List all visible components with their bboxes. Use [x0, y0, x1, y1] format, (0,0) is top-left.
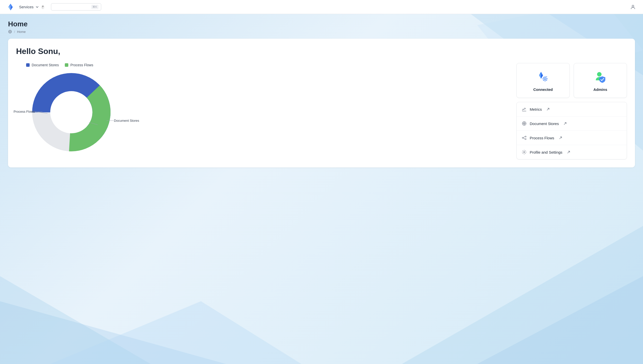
search-input[interactable]: [54, 5, 89, 9]
breadcrumb: / Home: [8, 30, 635, 34]
svg-marker-7: [50, 301, 301, 364]
svg-point-23: [525, 139, 526, 140]
settings-icon: [522, 150, 527, 155]
chart-legend: Document Stores Process Flows: [26, 63, 93, 67]
svg-marker-3: [402, 226, 643, 364]
svg-marker-4: [477, 276, 643, 364]
metrics-external-icon: [546, 107, 550, 111]
svg-point-21: [522, 137, 523, 138]
legend-item-document-stores: Document Stores: [26, 63, 59, 67]
document-stores-label: Document Stores: [530, 122, 559, 126]
svg-point-22: [525, 136, 526, 137]
links-card: Metrics Document Stores: [516, 102, 627, 159]
svg-marker-5: [0, 276, 151, 364]
metrics-icon: [522, 107, 527, 112]
dashboard-layout: Document Stores Process Flows Process Fl…: [16, 63, 627, 159]
svg-point-24: [524, 152, 525, 153]
page-title: Home: [8, 20, 635, 28]
logo[interactable]: [6, 3, 15, 12]
chevron-down-icon: [35, 5, 39, 9]
svg-point-8: [632, 5, 634, 7]
document-stores-link[interactable]: Document Stores: [517, 116, 627, 131]
cursor-indicator: 🖱️: [41, 5, 45, 9]
metrics-label: Metrics: [530, 107, 542, 111]
process-flows-external-icon: [559, 136, 562, 140]
legend-dot-process-flows: [65, 63, 68, 67]
search-bar[interactable]: ⌘K: [51, 3, 101, 11]
donut-svg: [31, 72, 112, 152]
user-menu-button[interactable]: [629, 3, 637, 11]
status-cards: Connected: [516, 63, 627, 98]
right-panel: Connected: [516, 63, 627, 159]
legend-dot-document-stores: [26, 63, 30, 67]
svg-point-13: [50, 91, 92, 133]
logo-icon: [6, 3, 15, 12]
legend-item-process-flows: Process Flows: [65, 63, 93, 67]
document-stores-icon: [522, 121, 527, 126]
user-icon: [630, 4, 636, 10]
process-flows-label: Process Flows: [530, 136, 554, 140]
process-flows-icon: [522, 135, 527, 140]
chart-section: Document Stores Process Flows Process Fl…: [16, 63, 508, 152]
svg-point-18: [597, 72, 602, 77]
connected-label: Connected: [533, 87, 553, 92]
admins-card[interactable]: Admins: [574, 63, 627, 98]
navbar-right: [629, 3, 637, 11]
document-stores-external-icon: [563, 122, 567, 125]
services-menu[interactable]: Services 🖱️: [19, 5, 45, 9]
breadcrumb-current: Home: [17, 30, 26, 34]
legend-label-process-flows: Process Flows: [70, 63, 93, 67]
chart-label-document-stores: Document Stores: [114, 119, 139, 123]
profile-settings-link[interactable]: Profile and Settings: [517, 145, 627, 159]
breadcrumb-separator: /: [14, 30, 15, 34]
chart-label-process-flows: Process Flows: [14, 110, 35, 113]
greeting: Hello Sonu,: [16, 47, 627, 56]
profile-settings-external-icon: [567, 150, 570, 154]
donut-chart: Process Flows: [31, 72, 112, 152]
services-label: Services: [19, 5, 34, 9]
connected-card[interactable]: Connected: [516, 63, 570, 98]
connected-icon: [535, 69, 551, 84]
admins-icon: [593, 69, 608, 84]
globe-icon: [8, 30, 12, 34]
main-content: Home / Home Hello Sonu, Document Stores: [0, 14, 643, 173]
metrics-link[interactable]: Metrics: [517, 102, 627, 116]
admins-label: Admins: [593, 87, 607, 92]
svg-marker-6: [0, 301, 226, 364]
process-flows-link[interactable]: Process Flows: [517, 131, 627, 145]
search-shortcut: ⌘K: [91, 5, 98, 9]
legend-label-document-stores: Document Stores: [32, 63, 59, 67]
navbar: Services 🖱️ ⌘K: [0, 0, 643, 14]
main-card: Hello Sonu, Document Stores Process Flow…: [8, 39, 635, 167]
profile-settings-label: Profile and Settings: [530, 150, 562, 154]
